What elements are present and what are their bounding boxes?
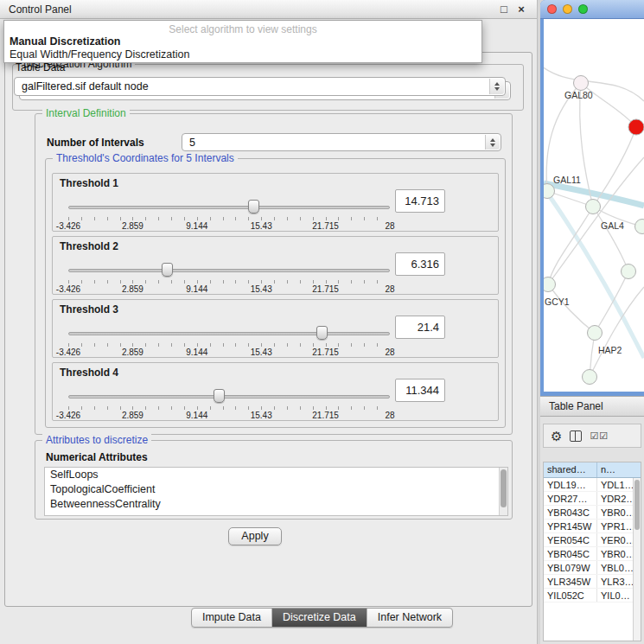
table-cell: YLR3… xyxy=(597,575,633,588)
close-window-icon[interactable]: × xyxy=(514,3,528,16)
table-row[interactable]: YBL079WYBL0… xyxy=(544,561,633,575)
threshold-panel-1: Threshold 1-3.4262.8599.14415.4321.71528… xyxy=(52,173,499,232)
select-columns-checkboxes-icon[interactable]: ☑☑ xyxy=(590,431,609,441)
combo-stepper-icon xyxy=(489,79,504,94)
slider-track xyxy=(68,269,390,272)
slider-thumb[interactable] xyxy=(316,326,328,340)
slider-scale-label: 21.715 xyxy=(312,221,339,231)
network-node-hap2[interactable] xyxy=(588,326,603,341)
slider-scale-label: 15.43 xyxy=(251,221,272,231)
table-row[interactable]: YBR043CYBR0… xyxy=(544,506,633,520)
threshold-slider[interactable] xyxy=(68,326,390,341)
network-window-titlebar xyxy=(540,0,644,19)
close-traffic-light-icon[interactable] xyxy=(547,4,557,14)
network-node-label-gal4: GAL4 xyxy=(601,220,624,231)
list-scrollbar-thumb[interactable] xyxy=(501,469,507,507)
apply-button[interactable]: Apply xyxy=(228,527,282,545)
threshold-value-field[interactable]: 11.344 xyxy=(395,379,445,402)
threshold-slider[interactable] xyxy=(68,263,390,278)
table-row[interactable]: YIL052CYIL0… xyxy=(544,589,633,603)
attribute-item[interactable]: BetweennessCentrality xyxy=(45,497,507,512)
slider-track xyxy=(68,395,390,399)
slider-thumb[interactable] xyxy=(248,200,259,214)
threshold-list: Threshold 1-3.4262.8599.14415.4321.71528… xyxy=(46,159,505,427)
tab-impute-data[interactable]: Impute Data xyxy=(192,609,271,627)
network-node-label-gal80: GAL80 xyxy=(564,90,593,100)
network-node-gal4[interactable] xyxy=(586,200,601,214)
network-node-gal11[interactable] xyxy=(544,184,555,199)
table-data-combobox[interactable]: galFiltered.sif default node xyxy=(14,77,506,96)
table-cell: YBR043C xyxy=(544,506,597,519)
table-cell: YLR345W xyxy=(544,575,597,588)
slider-scale-label: 21.715 xyxy=(312,284,339,294)
column-header-shared-name[interactable]: shared… xyxy=(544,462,597,477)
slider-scale-label: -3.426 xyxy=(56,411,80,420)
table-toolbar: ⚙ ☑☑ xyxy=(543,424,641,448)
attribute-item[interactable]: SelfLoops xyxy=(45,468,507,482)
slider-scale-label: 28 xyxy=(385,348,394,357)
threshold-panel-4: Threshold 4-3.4262.8599.14415.4321.71528… xyxy=(52,362,499,421)
network-node-label-gal11: GAL11 xyxy=(553,175,581,185)
threshold-value-field[interactable]: 14.713 xyxy=(395,189,445,213)
column-header-name[interactable]: n… xyxy=(597,462,641,477)
table-row[interactable]: YDR27…YDR2… xyxy=(544,492,633,506)
threshold-slider[interactable] xyxy=(68,200,390,215)
tab-discretize-data[interactable]: Discretize Data xyxy=(271,609,367,627)
attributes-to-discretize-group: Attributes to discretize Numerical Attri… xyxy=(35,440,513,520)
table-scrollbar-thumb[interactable] xyxy=(634,480,640,530)
network-node-label-gcy1: GCY1 xyxy=(545,296,570,307)
tab-label: Impute Data xyxy=(202,611,261,623)
list-scrollbar[interactable] xyxy=(499,468,507,515)
interval-definition-title: Interval Definition xyxy=(42,107,130,119)
table-row[interactable]: YBR045CYBR0… xyxy=(544,547,633,561)
slider-scale-label: -3.426 xyxy=(56,284,80,294)
control-panel-titlebar: Control Panel □ × xyxy=(0,0,537,19)
numerical-attributes-label: Numerical Attributes xyxy=(46,451,148,463)
slider-scale-label: 9.144 xyxy=(186,348,207,357)
threshold-panel-3: Threshold 3-3.4262.8599.14415.4321.71528… xyxy=(52,299,499,358)
slider-scale-label: 28 xyxy=(385,284,394,294)
slider-track xyxy=(68,206,390,209)
table-row[interactable]: YPR145WYPR1… xyxy=(544,520,633,533)
float-window-icon[interactable]: □ xyxy=(497,3,511,16)
threshold-slider[interactable] xyxy=(68,389,390,405)
slider-ticks xyxy=(68,280,390,284)
dropdown-placeholder-option[interactable]: Select algorithm to view settings xyxy=(4,21,481,35)
network-canvas[interactable]: GAL80GAL11GAL4GCY1HAP2 xyxy=(544,19,644,392)
table-data-combobox-value: galFiltered.sif default node xyxy=(22,80,149,92)
network-node-label-hap2: HAP2 xyxy=(598,345,622,355)
network-node[interactable] xyxy=(628,119,644,135)
thresholds-group: Threshold's Coordinates for 5 Intervals … xyxy=(45,158,506,428)
table-scrollbar[interactable] xyxy=(633,478,641,641)
table-row[interactable]: YLR345WYLR3… xyxy=(544,575,633,589)
network-node-gal80[interactable] xyxy=(574,76,589,91)
show-columns-icon[interactable] xyxy=(570,430,582,442)
slider-thumb[interactable] xyxy=(162,263,173,277)
table-cell: YPR1… xyxy=(597,520,633,532)
threshold-label: Threshold 4 xyxy=(60,367,118,379)
table-row[interactable]: YER054CYER0… xyxy=(544,533,633,547)
tab-infer-network[interactable]: Infer Network xyxy=(367,609,452,627)
window-title: Control Panel xyxy=(9,3,494,16)
minimize-traffic-light-icon[interactable] xyxy=(563,4,572,14)
threshold-value-field[interactable]: 21.4 xyxy=(395,316,445,339)
network-node[interactable] xyxy=(583,370,597,385)
slider-scale-label: 2.859 xyxy=(122,348,143,357)
attribute-item[interactable]: TopologicalCoefficient xyxy=(45,482,507,497)
zoom-traffic-light-icon[interactable] xyxy=(578,4,588,14)
number-of-intervals-value: 5 xyxy=(189,137,195,149)
table-row[interactable]: YDL19…YDL1… xyxy=(544,478,633,492)
table-settings-gear-icon[interactable]: ⚙ xyxy=(551,430,562,443)
numerical-attributes-list[interactable]: SelfLoopsTopologicalCoefficientBetweenne… xyxy=(44,467,508,516)
threshold-value-field[interactable]: 6.316 xyxy=(395,252,445,276)
network-node[interactable] xyxy=(635,220,644,234)
dropdown-option-equal-width-frequency[interactable]: Equal Width/Frequency Discretization xyxy=(4,48,481,61)
table-cell: YBL0… xyxy=(597,561,633,574)
network-node[interactable] xyxy=(622,265,636,279)
table-cell: YBR0… xyxy=(597,506,633,519)
dropdown-option-manual-discretization[interactable]: Manual Discretization xyxy=(4,35,481,48)
number-of-intervals-combobox[interactable]: 5 xyxy=(182,133,501,151)
bottom-tab-group: Impute DataDiscretize DataInfer Network xyxy=(191,608,453,628)
network-node-gcy1[interactable] xyxy=(544,277,556,292)
slider-thumb[interactable] xyxy=(214,389,225,403)
